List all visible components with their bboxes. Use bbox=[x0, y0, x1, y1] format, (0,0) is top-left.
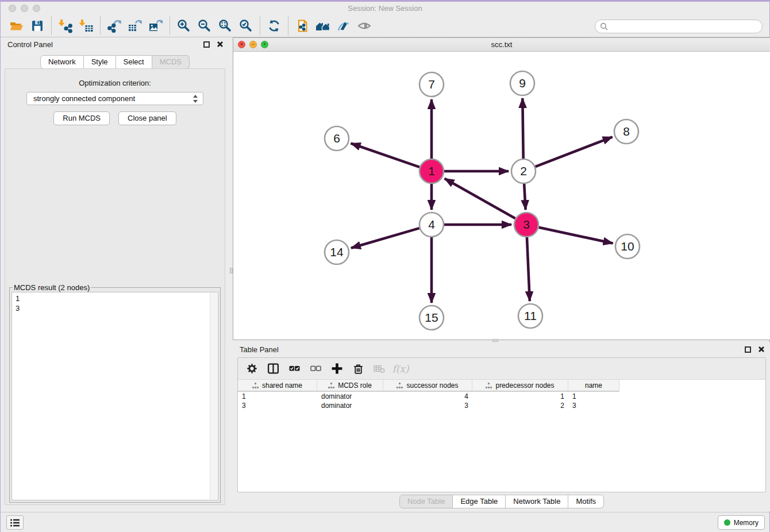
column-header-name[interactable]: name bbox=[568, 380, 619, 391]
tab-edge-table[interactable]: Edge Table bbox=[453, 495, 506, 508]
eye-icon bbox=[357, 18, 372, 33]
unchecked-boxes-icon bbox=[310, 363, 322, 375]
export-network-button[interactable] bbox=[104, 17, 125, 35]
table-cell: 3 bbox=[568, 401, 619, 410]
table-cell: 4 bbox=[383, 392, 472, 401]
function-builder-button[interactable]: f(x) bbox=[392, 361, 409, 377]
export-table-button[interactable] bbox=[125, 17, 145, 35]
zoom-fit-button[interactable] bbox=[215, 17, 236, 35]
table-cell: 3 bbox=[383, 401, 472, 410]
hierarchy-icon bbox=[396, 383, 403, 388]
import-table-icon bbox=[79, 18, 94, 33]
graph-node-label: 7 bbox=[428, 78, 435, 91]
task-history-button[interactable] bbox=[6, 515, 24, 530]
export-network-icon bbox=[107, 18, 122, 33]
vertical-splitter-handle[interactable] bbox=[230, 268, 233, 273]
column-header-mcds-role[interactable]: MCDS role bbox=[317, 380, 383, 391]
run-mcds-button[interactable]: Run MCDS bbox=[53, 111, 110, 125]
table-header-row: shared name MCDS role successor nodes pr… bbox=[238, 380, 619, 392]
houses-button[interactable] bbox=[313, 17, 333, 35]
close-panel-icon[interactable] bbox=[217, 41, 224, 48]
memory-button[interactable]: Memory bbox=[718, 515, 765, 530]
plus-icon bbox=[331, 363, 343, 375]
tab-network-table[interactable]: Network Table bbox=[506, 495, 568, 508]
add-column-button[interactable] bbox=[329, 361, 345, 377]
graph-edge-1-6[interactable] bbox=[351, 143, 420, 167]
select-all-columns-button[interactable] bbox=[286, 361, 302, 377]
graph-edge-3-10[interactable] bbox=[539, 228, 613, 244]
network-view-title: scc.txt bbox=[233, 38, 770, 52]
graph-edge-3-1[interactable] bbox=[445, 179, 515, 218]
tab-motifs[interactable]: Motifs bbox=[568, 495, 604, 508]
open-folder-icon bbox=[9, 18, 24, 33]
search-input[interactable] bbox=[609, 21, 757, 32]
table-body: 1dominator4113dominator323 bbox=[238, 392, 765, 410]
graph-edge-3-11[interactable] bbox=[527, 237, 530, 301]
mcds-result-text[interactable]: 1 3 bbox=[11, 292, 218, 500]
fx-icon: f(x) bbox=[392, 363, 409, 375]
tab-network[interactable]: Network bbox=[40, 55, 84, 69]
tab-select[interactable]: Select bbox=[116, 55, 152, 69]
toolbar-separator bbox=[170, 17, 170, 35]
control-panel-tabs: Network Style Select MCDS bbox=[1, 55, 229, 69]
table-cell: 2 bbox=[472, 401, 568, 410]
save-session-button[interactable] bbox=[27, 17, 48, 35]
tab-style[interactable]: Style bbox=[84, 55, 116, 69]
export-image-icon bbox=[148, 18, 163, 33]
table-settings-button[interactable] bbox=[244, 361, 260, 377]
graph-node-label: 8 bbox=[623, 125, 630, 138]
zoom-out-button[interactable] bbox=[194, 17, 215, 35]
copy-network-button[interactable] bbox=[292, 17, 313, 35]
table-cell: 1 bbox=[238, 392, 317, 401]
hide-details-button[interactable] bbox=[354, 17, 375, 35]
network-window-titlebar: × − + scc.txt bbox=[233, 38, 770, 52]
column-header-predecessor-nodes[interactable]: predecessor nodes bbox=[472, 380, 568, 391]
style-details-button[interactable] bbox=[333, 17, 354, 35]
graph-edge-2-8[interactable] bbox=[536, 137, 613, 167]
criterion-dropdown[interactable]: strongly connected component bbox=[26, 92, 203, 105]
float-table-panel-icon[interactable] bbox=[745, 346, 751, 353]
zoom-selected-button[interactable] bbox=[236, 17, 256, 35]
export-image-button[interactable] bbox=[145, 17, 166, 35]
table-row[interactable]: 1dominator411 bbox=[238, 392, 765, 401]
toolbar-separator bbox=[260, 17, 260, 35]
main-toolbar bbox=[1, 15, 769, 37]
import-table-button[interactable] bbox=[76, 17, 97, 35]
columns-icon bbox=[267, 363, 279, 375]
memory-status-icon bbox=[724, 519, 730, 526]
table-cell: 1 bbox=[472, 392, 568, 401]
table-panel: Table Panel bbox=[233, 342, 770, 511]
open-session-button[interactable] bbox=[6, 17, 27, 35]
control-panel: Control Panel Network Style Select MCDS … bbox=[1, 37, 229, 507]
table-cell: 3 bbox=[238, 401, 317, 410]
column-header-successor-nodes[interactable]: successor nodes bbox=[383, 380, 472, 391]
result-scrollbar[interactable] bbox=[210, 293, 217, 499]
apply-layout-button[interactable] bbox=[264, 17, 284, 35]
close-panel-button[interactable]: Close panel bbox=[118, 111, 176, 125]
toolbar-separator bbox=[288, 17, 288, 35]
float-panel-icon[interactable] bbox=[203, 41, 210, 48]
zoom-selected-icon bbox=[238, 18, 253, 33]
deselect-all-columns-button[interactable] bbox=[307, 361, 324, 377]
mcds-result-title: MCDS result (2 nodes) bbox=[13, 283, 91, 292]
network-canvas[interactable]: 7968124314101511 bbox=[233, 52, 770, 340]
close-table-panel-icon[interactable] bbox=[758, 346, 765, 353]
search-box[interactable] bbox=[595, 20, 763, 33]
graph-edge-2-9[interactable] bbox=[522, 98, 523, 159]
criterion-dropdown-value: strongly connected component bbox=[33, 94, 135, 103]
toolbar-separator bbox=[100, 17, 101, 35]
search-icon bbox=[600, 22, 609, 31]
delete-table-button[interactable] bbox=[371, 361, 387, 377]
graph-edge-2-3[interactable] bbox=[524, 184, 525, 210]
import-network-button[interactable] bbox=[55, 17, 76, 35]
tab-mcds[interactable]: MCDS bbox=[152, 55, 190, 69]
column-header-shared-name[interactable]: shared name bbox=[238, 380, 317, 391]
table-row[interactable]: 3dominator323 bbox=[238, 401, 765, 410]
houses-icon bbox=[315, 18, 331, 33]
horizontal-splitter-handle[interactable] bbox=[492, 339, 498, 342]
graph-edge-4-14[interactable] bbox=[351, 228, 419, 248]
tab-node-table[interactable]: Node Table bbox=[399, 495, 453, 508]
zoom-in-button[interactable] bbox=[174, 17, 194, 35]
show-columns-button[interactable] bbox=[265, 361, 281, 377]
delete-column-button[interactable] bbox=[350, 361, 366, 377]
